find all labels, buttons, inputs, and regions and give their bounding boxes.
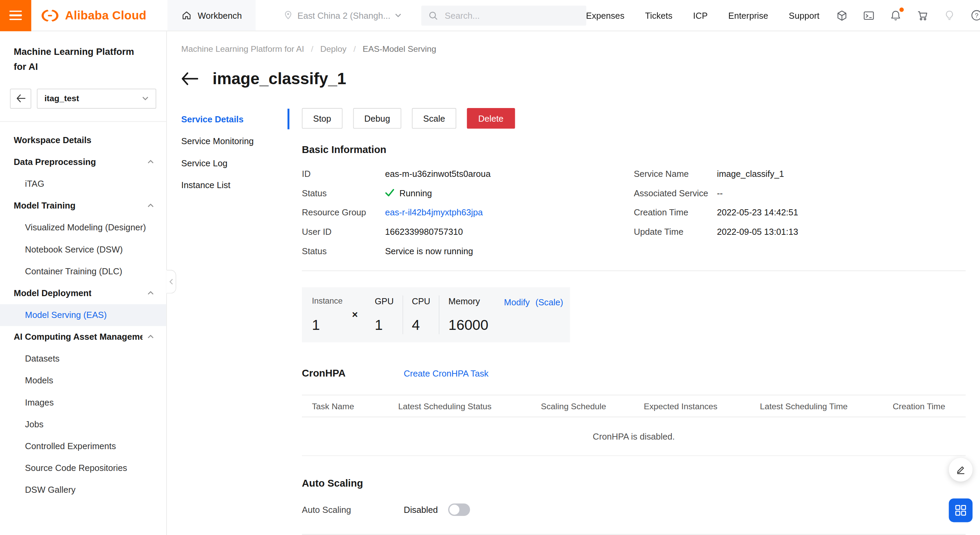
nav-support[interactable]: Support	[789, 10, 819, 20]
help-icon[interactable]: ?	[970, 9, 980, 22]
sidebar-item-itag[interactable]: iTAG	[0, 173, 166, 195]
feedback-pencil-button[interactable]	[949, 458, 972, 482]
search-icon	[428, 10, 438, 20]
breadcrumb-item-platform[interactable]: Machine Learning Platform for AI	[181, 44, 304, 54]
memory-cell: Memory 16000	[439, 295, 497, 334]
cronhpa-empty-message: CronHPA is disabled.	[302, 417, 966, 456]
location-pin-icon	[283, 10, 293, 21]
basic-information: ID eas-m-u36zinwot5ts0aroua Status Runni…	[302, 164, 966, 260]
nav-icp[interactable]: ICP	[693, 10, 708, 20]
tab-service-monitoring[interactable]: Service Monitoring	[181, 130, 290, 152]
debug-button[interactable]: Debug	[353, 108, 401, 129]
scale-link[interactable]: (Scale)	[535, 297, 563, 307]
home-icon	[181, 10, 192, 21]
sidebar-collapse-handle[interactable]	[166, 270, 176, 294]
sidebar-item-source-code-repositories[interactable]: Source Code Repositories	[0, 457, 166, 479]
nav-tickets[interactable]: Tickets	[645, 10, 673, 20]
tab-service-details[interactable]: Service Details	[181, 108, 290, 130]
stop-button[interactable]: Stop	[302, 108, 342, 129]
chevron-down-icon	[142, 96, 149, 100]
workbench-button[interactable]: Workbench	[168, 0, 256, 31]
tab-service-log[interactable]: Service Log	[181, 152, 290, 173]
chevron-up-icon	[148, 160, 154, 164]
sidebar-item-datasets[interactable]: Datasets	[0, 348, 166, 369]
sidebar-group-model-training[interactable]: Model Training	[0, 195, 166, 216]
sidebar-divider	[0, 121, 166, 122]
breadcrumb-item-deploy[interactable]: Deploy	[320, 44, 347, 54]
instance-cell: Instance 1	[303, 295, 351, 334]
modify-link[interactable]: Modify	[504, 297, 530, 307]
package-icon[interactable]	[836, 9, 848, 22]
sidebar-item-container-training[interactable]: Container Training (DLC)	[0, 260, 166, 282]
sidebar-item-controlled-experiments[interactable]: Controlled Experiments	[0, 435, 166, 457]
basic-information-heading: Basic Information	[302, 144, 966, 156]
cli-icon[interactable]	[863, 9, 875, 22]
chevron-up-icon	[148, 335, 154, 339]
topbar-icons: ?	[836, 9, 980, 22]
sidebar-group-ai-computing-asset-management[interactable]: AI Computing Asset Management	[0, 326, 166, 348]
spec-group: GPU 1 CPU 4 Memory 16000	[366, 295, 497, 334]
back-arrow-icon[interactable]	[181, 72, 198, 86]
sidebar-item-models[interactable]: Models	[0, 369, 166, 391]
chevron-down-icon	[395, 13, 401, 17]
resource-summary: Instance 1 × GPU 1 CPU 4	[302, 287, 570, 342]
workspace-back-button[interactable]	[10, 89, 31, 109]
topbar: Alibaba Cloud Workbench East China 2 (Sh…	[0, 0, 980, 31]
info-row-user-id: User ID 1662339980757310	[302, 222, 633, 241]
section-divider	[302, 271, 966, 271]
auto-scaling-row: Auto Scaling Disabled	[302, 503, 966, 516]
sidebar-group-model-deployment[interactable]: Model Deployment	[0, 282, 166, 304]
scale-button[interactable]: Scale	[412, 108, 456, 129]
notifications-icon[interactable]	[889, 9, 902, 22]
detail-tabs: Service Details Service Monitoring Servi…	[181, 108, 290, 535]
search-input[interactable]	[444, 10, 579, 21]
main-content: Machine Learning Platform for AI / Deplo…	[167, 31, 980, 535]
service-actions: Stop Debug Scale Delete	[302, 108, 966, 129]
auto-scaling-value: Disabled	[404, 505, 438, 514]
svg-text:?: ?	[975, 12, 978, 19]
sidebar-item-jobs[interactable]: Jobs	[0, 413, 166, 435]
app-window: Alibaba Cloud Workbench East China 2 (Sh…	[0, 0, 980, 535]
delete-button[interactable]: Delete	[467, 108, 515, 129]
status-check-icon	[385, 189, 394, 197]
hamburger-menu-button[interactable]	[0, 0, 31, 31]
info-row-update-time: Update Time 2022-09-05 13:01:13	[634, 222, 966, 241]
create-cronhpa-task-link[interactable]: Create CronHPA Task	[404, 368, 488, 378]
sidebar-title: Machine Learning Platform for AI	[0, 44, 156, 75]
notification-badge	[899, 7, 904, 11]
sidebar-item-notebook-service[interactable]: Notebook Service (DSW)	[0, 238, 166, 260]
info-row-status: Status Running	[302, 183, 633, 202]
workspace-select[interactable]: itag_test	[37, 89, 156, 109]
brand-name: Alibaba Cloud	[65, 8, 146, 22]
cronhpa-table-header: Task Name Latest Scheduling Status Scali…	[302, 395, 966, 417]
sidebar-group-data-preprocessing[interactable]: Data Preprocessing	[0, 151, 166, 173]
breadcrumb-item-current: EAS-Model Serving	[363, 44, 436, 54]
status-text: Running	[399, 188, 432, 198]
modify-scale: Modify(Scale)	[504, 295, 569, 334]
cart-icon[interactable]	[916, 9, 929, 22]
apps-grid-button[interactable]	[949, 498, 972, 522]
sidebar-item-images[interactable]: Images	[0, 392, 166, 413]
cronhpa-table: Task Name Latest Scheduling Status Scali…	[302, 395, 966, 456]
nav-expenses[interactable]: Expenses	[586, 10, 625, 20]
tab-instance-list[interactable]: Instance List	[181, 174, 290, 195]
auto-scaling-toggle[interactable]	[449, 503, 470, 516]
info-row-associated-service: Associated Service --	[634, 183, 966, 202]
sidebar-item-visualized-modeling[interactable]: Visualized Modeling (Designer)	[0, 216, 166, 238]
info-row-service-name: Service Name image_classify_1	[634, 164, 966, 183]
lightbulb-icon[interactable]	[943, 9, 956, 22]
info-row-creation-time: Creation Time 2022-05-23 14:42:51	[634, 202, 966, 222]
sidebar-item-model-serving-eas[interactable]: Model Serving (EAS)	[0, 304, 166, 326]
sidebar-item-dsw-gallery[interactable]: DSW Gallery	[0, 479, 166, 500]
alibaba-cloud-logo[interactable]: Alibaba Cloud	[41, 8, 146, 22]
sidebar-item-workspace-details[interactable]: Workspace Details	[0, 129, 166, 151]
multiply-sign: ×	[351, 309, 358, 320]
global-search	[421, 5, 586, 25]
gpu-cell: GPU 1	[366, 295, 402, 334]
nav-enterprise[interactable]: Enterprise	[729, 10, 768, 20]
resource-group-link[interactable]: eas-r-il42b4jmyxtph63jpa	[385, 207, 483, 217]
info-row-id: ID eas-m-u36zinwot5ts0aroua	[302, 164, 633, 183]
page-header: image_classify_1	[181, 67, 966, 90]
info-row-status-message: Status Service is now running	[302, 241, 633, 261]
region-selector[interactable]: East China 2 (Shangh...	[283, 10, 401, 21]
